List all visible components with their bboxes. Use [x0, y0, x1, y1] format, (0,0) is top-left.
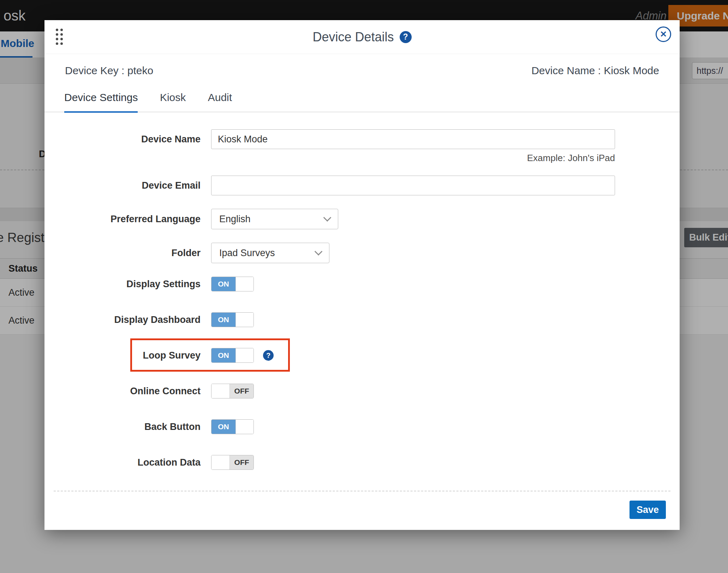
display-settings-row: Display Settings ON — [44, 277, 680, 291]
location-data-toggle[interactable]: OFF — [211, 455, 254, 470]
toggle-knob — [235, 420, 253, 434]
device-name-input[interactable] — [211, 129, 615, 149]
device-email-row: Device Email — [44, 176, 680, 195]
page: osk Admin Upgrade Now Mobile https:// D … — [0, 0, 728, 573]
display-settings-label: Display Settings — [44, 279, 201, 290]
modal-tabs: Device Settings Kiosk Audit — [44, 91, 680, 112]
device-details-modal: Device Details ? ✕ Device Key : pteko De… — [44, 20, 680, 530]
folder-select[interactable]: Ipad Surveys — [211, 243, 329, 263]
help-icon[interactable]: ? — [400, 31, 412, 43]
toggle-state-label: ON — [211, 277, 235, 291]
folder-label: Folder — [44, 248, 201, 259]
device-name-text: Device Name : Kiosk Mode — [531, 65, 659, 77]
save-button[interactable]: Save — [629, 501, 666, 519]
toggle-state-label: ON — [211, 313, 235, 327]
modal-header: Device Details ? ✕ — [44, 20, 680, 54]
preferred-language-value: English — [219, 214, 251, 225]
close-icon[interactable]: ✕ — [656, 26, 671, 42]
device-email-label: Device Email — [44, 180, 201, 191]
folder-row: Folder Ipad Surveys — [44, 243, 680, 263]
toggle-knob — [235, 348, 253, 362]
chevron-down-icon — [315, 248, 323, 256]
toggle-knob — [211, 384, 229, 398]
toggle-knob — [235, 313, 253, 327]
toggle-state-label: OFF — [229, 384, 253, 398]
display-settings-toggle[interactable]: ON — [211, 277, 254, 291]
toggle-state-label: OFF — [229, 455, 253, 469]
device-email-input[interactable] — [211, 176, 615, 195]
online-connect-row: Online Connect OFF — [44, 384, 680, 398]
folder-value: Ipad Surveys — [219, 248, 275, 259]
online-connect-label: Online Connect — [44, 386, 201, 397]
display-dashboard-row: Display Dashboard ON — [44, 312, 680, 327]
drag-handle-icon[interactable] — [56, 29, 63, 45]
back-button-row: Back Button ON — [44, 419, 680, 434]
toggle-state-label: ON — [211, 348, 235, 362]
modal-footer: Save — [44, 491, 680, 519]
device-name-label: Device Name — [44, 134, 201, 145]
toggle-knob — [211, 455, 229, 469]
tab-kiosk[interactable]: Kiosk — [160, 91, 186, 113]
device-name-helper: Example: John's iPad — [211, 153, 615, 164]
preferred-language-row: Preferred Language English — [44, 209, 680, 229]
device-settings-form: Device Name Example: John's iPad Device … — [44, 112, 680, 470]
online-connect-toggle[interactable]: OFF — [211, 384, 254, 398]
device-name-row: Device Name — [44, 129, 680, 149]
loop-survey-row: Loop Survey ON ? — [44, 348, 680, 363]
loop-survey-help-icon[interactable]: ? — [263, 350, 274, 361]
location-data-row: Location Data OFF — [44, 455, 680, 470]
chevron-down-icon — [323, 214, 332, 222]
loop-survey-label: Loop Survey — [44, 350, 201, 361]
tab-device-settings[interactable]: Device Settings — [64, 91, 138, 113]
display-dashboard-label: Display Dashboard — [44, 314, 201, 325]
loop-survey-toggle[interactable]: ON — [211, 348, 254, 363]
location-data-label: Location Data — [44, 457, 201, 468]
toggle-knob — [235, 277, 253, 291]
display-dashboard-toggle[interactable]: ON — [211, 312, 254, 327]
preferred-language-label: Preferred Language — [44, 214, 201, 225]
back-button-toggle[interactable]: ON — [211, 419, 254, 434]
device-key-text: Device Key : pteko — [65, 65, 153, 77]
modal-title: Device Details ? — [312, 30, 411, 45]
toggle-state-label: ON — [211, 420, 235, 434]
modal-title-text: Device Details — [312, 30, 394, 45]
modal-subheader: Device Key : pteko Device Name : Kiosk M… — [44, 54, 680, 87]
preferred-language-select[interactable]: English — [211, 209, 338, 229]
back-button-label: Back Button — [44, 421, 201, 432]
tab-audit[interactable]: Audit — [208, 91, 232, 113]
